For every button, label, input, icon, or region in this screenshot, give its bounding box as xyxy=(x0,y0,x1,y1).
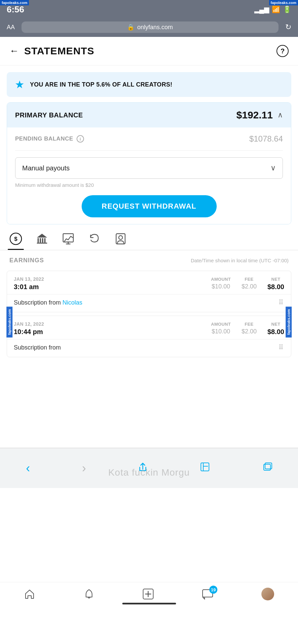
nav-notifications[interactable] xyxy=(83,588,95,600)
browser-tabs-button[interactable] xyxy=(262,462,272,474)
pending-balance-label: PENDING BALANCE xyxy=(15,136,73,142)
star-icon: ★ xyxy=(15,78,25,91)
subscription-text-2: Subscription from xyxy=(14,344,61,351)
watermark-top-left: fapoleaks.com xyxy=(0,0,29,5)
svg-rect-18 xyxy=(201,463,209,471)
watermark-right: fapoleaks.com xyxy=(286,307,292,337)
address-bar[interactable]: 🔒 onlyfans.com xyxy=(22,21,279,33)
signal-icon: ▂▄▆ xyxy=(254,5,269,13)
subscription-link-1[interactable]: Nicolas xyxy=(62,299,82,306)
battery-icon: 🔋 xyxy=(283,5,291,13)
more-options-icon-2[interactable]: ⠿ xyxy=(279,343,284,352)
pending-label-wrap: PENDING BALANCE i xyxy=(15,135,84,143)
svg-marker-7 xyxy=(37,234,47,237)
watermark-left: fapoleaks.com xyxy=(6,307,12,337)
amount-label-1: AMOUNT xyxy=(211,277,231,282)
top-banner: ★ YOU ARE IN THE TOP 5.6% OF ALL CREATOR… xyxy=(7,72,291,97)
nav-home[interactable] xyxy=(24,588,35,600)
tab-bank[interactable] xyxy=(36,232,48,250)
watermark-top-right: fapoleaks.com xyxy=(269,0,298,5)
svg-rect-6 xyxy=(37,243,47,244)
aa-button[interactable]: AA xyxy=(7,24,15,31)
svg-rect-2 xyxy=(38,238,39,243)
transaction-time-2: 10:44 pm xyxy=(14,328,44,336)
status-time: 6:56 xyxy=(7,4,24,15)
subscription-text-1: Subscription from Nicolas xyxy=(14,299,82,306)
tab-icons: $ xyxy=(0,224,298,250)
transaction-date-wrap-1: JAN 13, 2022 3:01 am xyxy=(14,276,44,291)
transaction-card-2: JAN 12, 2022 10:44 pm AMOUNT $10.00 FEE … xyxy=(7,316,291,357)
primary-balance-value: $192.11 xyxy=(237,109,273,121)
transaction-top-2: JAN 12, 2022 10:44 pm AMOUNT $10.00 FEE … xyxy=(7,316,291,339)
transaction-bottom-2: Subscription from ⠿ xyxy=(7,339,291,357)
svg-rect-3 xyxy=(40,238,41,243)
withdrawal-min-text: Minimum withdrawal amount is $20 xyxy=(15,182,283,188)
earnings-timezone: Date/Time shown in local time (UTC -07:0… xyxy=(191,258,289,263)
svg-text:$: $ xyxy=(14,236,17,242)
banner-text: YOU ARE IN THE TOP 5.6% OF ALL CREATORS! xyxy=(30,81,172,88)
browser-bookmarks-button[interactable] xyxy=(200,462,210,474)
svg-point-13 xyxy=(119,236,122,239)
net-label-1: NET xyxy=(267,277,284,282)
status-icons: ▂▄▆ 📶 🔋 xyxy=(254,5,291,13)
browser-bottom-bar: ‹ › Kota fuckin Morgu xyxy=(0,448,298,488)
url-bar: AA 🔒 onlyfans.com ↻ xyxy=(0,19,298,37)
page-title: STATEMENTS xyxy=(24,45,94,57)
tab-earnings[interactable]: $ xyxy=(9,232,22,250)
transaction-cols-2: AMOUNT $10.00 FEE $2.00 NET $8.00 xyxy=(211,322,284,336)
nav-messages[interactable]: 19 xyxy=(202,588,213,600)
browser-forward-button[interactable]: › xyxy=(82,461,86,475)
transaction-fee-col-1: FEE $2.00 xyxy=(242,277,257,290)
tab-person[interactable] xyxy=(114,232,127,250)
back-button[interactable]: ← xyxy=(9,46,19,56)
url-text: onlyfans.com xyxy=(137,24,173,31)
nav-add[interactable] xyxy=(142,588,154,600)
fee-label-2: FEE xyxy=(242,322,257,327)
header-left: ← STATEMENTS xyxy=(9,45,94,57)
transaction-amount-col-1: AMOUNT $10.00 xyxy=(211,277,231,290)
fee-value-2: $2.00 xyxy=(242,328,257,335)
transaction-net-col-1: NET $8.00 xyxy=(267,277,284,291)
browser-back-button[interactable]: ‹ xyxy=(26,461,30,475)
primary-balance-amount: $192.11 ∧ xyxy=(237,109,283,121)
lock-icon: 🔒 xyxy=(127,23,134,31)
transaction-top-1: JAN 13, 2022 3:01 am AMOUNT $10.00 FEE $… xyxy=(7,271,291,294)
tab-chart[interactable] xyxy=(62,232,75,250)
transaction-date-2: JAN 12, 2022 xyxy=(14,321,44,327)
help-button[interactable]: ? xyxy=(276,45,289,57)
amount-value-1: $10.00 xyxy=(211,283,231,290)
refresh-button[interactable]: ↻ xyxy=(285,23,291,32)
wifi-icon: 📶 xyxy=(272,5,280,13)
profile-avatar[interactable] xyxy=(261,588,274,600)
earnings-label: EARNINGS xyxy=(9,257,44,264)
transaction-card: JAN 13, 2022 3:01 am AMOUNT $10.00 FEE $… xyxy=(7,271,291,312)
more-options-icon-1[interactable]: ⠿ xyxy=(279,299,284,307)
transaction-net-col-2: NET $8.00 xyxy=(267,322,284,336)
net-label-2: NET xyxy=(267,322,284,327)
request-withdrawal-button[interactable]: REQUEST WITHDRAWAL xyxy=(82,195,217,217)
transaction-time-1: 3:01 am xyxy=(14,283,44,291)
tab-undo[interactable] xyxy=(88,232,101,250)
net-value-2: $8.00 xyxy=(267,328,284,336)
transaction-date-1: JAN 13, 2022 xyxy=(14,276,44,282)
svg-rect-5 xyxy=(44,238,46,243)
amount-value-2: $10.00 xyxy=(211,328,231,335)
payout-dropdown[interactable]: Manual payouts ∨ xyxy=(15,157,283,179)
bottom-nav: 19 xyxy=(0,582,298,604)
transaction-bottom-1: Subscription from Nicolas ⠿ xyxy=(7,294,291,312)
fee-value-1: $2.00 xyxy=(242,283,257,290)
scroll-indicator xyxy=(122,603,176,604)
nav-profile[interactable] xyxy=(261,588,274,600)
earnings-header: EARNINGS Date/Time shown in local time (… xyxy=(0,250,298,267)
primary-balance-label: PRIMARY BALANCE xyxy=(15,111,83,119)
chevron-down-icon: ∨ xyxy=(270,164,276,172)
balance-card-body: PENDING BALANCE i $1078.64 Manual payout… xyxy=(7,127,291,224)
transaction-amount-col-2: AMOUNT $10.00 xyxy=(211,322,231,335)
chevron-up-icon: ∧ xyxy=(278,111,283,119)
info-icon[interactable]: i xyxy=(77,135,84,143)
status-bar: fapoleaks.com 6:56 ▂▄▆ 📶 🔋 fapoleaks.com xyxy=(0,0,298,19)
net-value-1: $8.00 xyxy=(267,283,284,291)
pending-balance-row: PENDING BALANCE i $1078.64 xyxy=(15,134,283,151)
primary-balance-row[interactable]: PRIMARY BALANCE $192.11 ∧ xyxy=(7,103,291,127)
transaction-date-wrap-2: JAN 12, 2022 10:44 pm xyxy=(14,321,44,336)
